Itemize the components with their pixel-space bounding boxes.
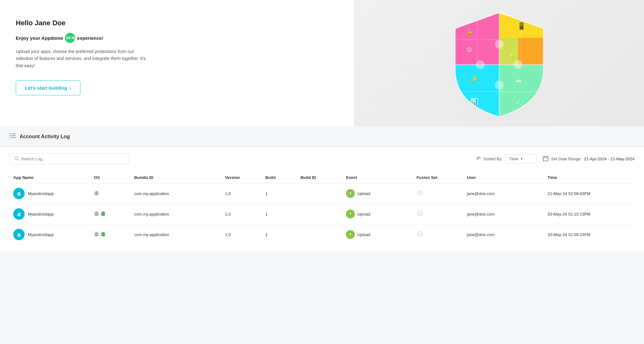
- svg-text:🔒: 🔒: [465, 28, 474, 37]
- event-label: Upload: [357, 191, 370, 196]
- sort-label: Sorted By:: [483, 157, 503, 161]
- svg-line-53: [98, 211, 98, 212]
- event-cell: Upload: [346, 189, 409, 198]
- os-icons: [94, 231, 127, 238]
- cell-appname: a Myandroidapp: [9, 224, 90, 245]
- svg-text:⚙: ⚙: [466, 46, 472, 54]
- svg-text:📱: 📱: [517, 22, 526, 30]
- svg-line-33: [17, 159, 18, 160]
- table-header: App Name OS Bundle ID Version Build Buil…: [9, 172, 635, 183]
- sort-icon: [476, 156, 481, 162]
- sort-wrapper: Sorted By: Time ▼: [476, 154, 537, 163]
- activity-header-title: Account Activity Log: [20, 134, 70, 139]
- svg-line-52: [95, 211, 95, 212]
- android-icon-gray: [94, 211, 99, 217]
- fusion-set-icon: [417, 211, 424, 217]
- event-label: Upload: [357, 212, 370, 216]
- svg-point-55: [102, 213, 102, 214]
- activity-table: App Name OS Bundle ID Version Build Buil…: [9, 172, 635, 245]
- col-header-appname: App Name: [9, 172, 90, 183]
- cell-version: 1.0: [221, 204, 261, 224]
- svg-line-71: [104, 232, 105, 233]
- search-wrapper[interactable]: [9, 153, 129, 164]
- svg-line-45: [98, 191, 98, 192]
- app-icon-cell: a Myandroidapp: [13, 188, 86, 199]
- cell-fusion: [413, 183, 463, 204]
- date-range-label: Set Date Range:: [551, 157, 581, 161]
- svg-text:✓: ✓: [509, 52, 514, 58]
- hero-content: Hello Jane Doe Enjoy your Appdome SR M e…: [0, 0, 354, 126]
- svg-rect-3: [518, 38, 543, 65]
- hero-section: Hello Jane Doe Enjoy your Appdome SR M e…: [0, 0, 644, 126]
- cell-buildid: [297, 183, 342, 204]
- col-header-buildid: Build ID: [297, 172, 342, 183]
- lets-start-building-button[interactable]: Let's start building ›: [16, 80, 80, 95]
- search-icon: [14, 156, 19, 162]
- svg-text:🔑: 🔑: [470, 75, 478, 84]
- hero-image-area: 🔒 ⚙ 📱 ✓ 🔑 ☁ 📊 ✓: [354, 0, 644, 126]
- col-header-event: Event: [342, 172, 413, 183]
- table-body: a Myandroidapp com.my.application 1.0 1: [9, 183, 635, 245]
- cell-build: 1: [261, 204, 297, 224]
- event-label: Upload: [357, 232, 370, 237]
- android-icon-green: [101, 211, 106, 217]
- col-header-time: Time: [544, 172, 635, 183]
- svg-point-56: [103, 213, 104, 214]
- activity-log-icon: [9, 133, 16, 140]
- svg-point-69: [103, 234, 104, 234]
- table-toolbar: Sorted By: Time ▼ Set Date Range: 21-Ap: [9, 153, 635, 164]
- app-icon: a: [13, 208, 25, 220]
- subtitle-suffix: experience!: [77, 35, 103, 41]
- svg-line-58: [104, 211, 105, 212]
- table-row: a Myandroidapp com.my.application 1.0 1: [9, 224, 635, 245]
- event-cell: Upload: [346, 230, 409, 239]
- cell-os: [90, 183, 131, 204]
- col-header-version: Version: [221, 172, 261, 183]
- svg-point-61: [419, 213, 421, 214]
- cell-build: 1: [261, 224, 297, 245]
- cell-event: Upload: [342, 204, 413, 224]
- svg-point-9: [495, 40, 504, 49]
- android-icon-gray: [94, 231, 99, 238]
- hero-subtitle: Enjoy your Appdome SR M experience!: [16, 33, 338, 43]
- upload-icon: [346, 210, 355, 218]
- event-cell: Upload: [346, 210, 409, 218]
- fusion-set-icon: [417, 191, 424, 197]
- svg-point-68: [102, 234, 102, 234]
- shield-illustration: 🔒 ⚙ 📱 ✓ 🔑 ☁ 📊 ✓: [449, 6, 550, 120]
- col-header-build: Build: [261, 172, 297, 183]
- calendar-icon: [543, 156, 548, 162]
- cell-os: [90, 224, 131, 245]
- svg-rect-67: [102, 232, 104, 233]
- sort-dropdown[interactable]: Time ▼: [505, 154, 536, 163]
- os-icons: [94, 211, 127, 217]
- hero-description: Upload your apps, choose the preferred p…: [16, 48, 148, 69]
- dropdown-caret-icon: ▼: [520, 157, 523, 161]
- col-header-os: OS: [90, 172, 131, 183]
- svg-rect-37: [543, 157, 548, 161]
- svg-line-70: [101, 232, 102, 233]
- svg-rect-49: [96, 211, 97, 212]
- search-input[interactable]: [21, 157, 125, 161]
- activity-section: Account Activity Log: [0, 126, 644, 251]
- activity-header: Account Activity Log: [0, 126, 644, 147]
- cell-time: 21-May-24 02:56:03PM: [544, 183, 635, 204]
- svg-point-64: [97, 234, 97, 234]
- svg-line-66: [98, 232, 98, 233]
- cell-os: [90, 204, 131, 224]
- table-container: Sorted By: Time ▼ Set Date Range: 21-Ap: [0, 147, 644, 251]
- cell-buildid: [297, 204, 342, 224]
- cell-appname: a Myandroidapp: [9, 204, 90, 224]
- svg-rect-54: [102, 211, 104, 212]
- table-row: a Myandroidapp com.my.application 1.0 1: [9, 183, 635, 204]
- col-header-fusion: Fusion Set: [413, 172, 463, 183]
- fusion-set-icon: [417, 232, 424, 238]
- app-icon: a: [13, 188, 25, 199]
- col-header-user: User: [463, 172, 544, 183]
- svg-line-44: [95, 191, 95, 192]
- cell-user: jane@doe.com: [463, 204, 544, 224]
- svg-point-50: [95, 213, 96, 214]
- cell-version: 1.0: [221, 183, 261, 204]
- subtitle-prefix: Enjoy your Appdome: [16, 35, 63, 41]
- cell-user: jane@doe.com: [463, 183, 544, 204]
